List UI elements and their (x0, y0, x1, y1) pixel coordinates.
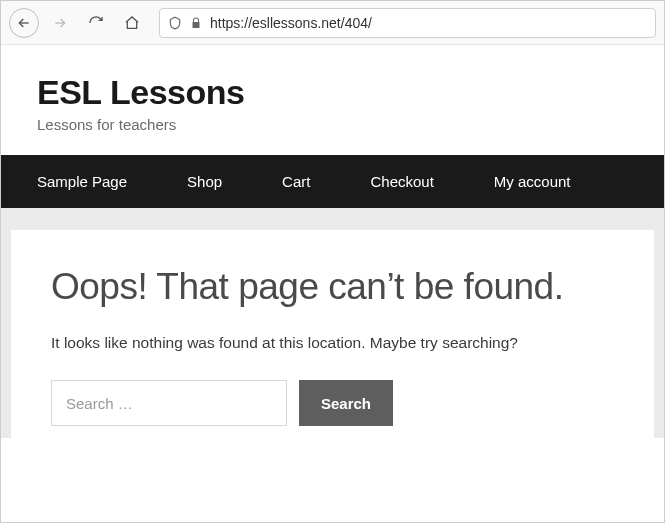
nav-item-checkout[interactable]: Checkout (340, 155, 463, 208)
reload-icon (88, 15, 104, 31)
site-title[interactable]: ESL Lessons (37, 73, 628, 112)
forward-button (45, 8, 75, 38)
browser-toolbar (1, 1, 664, 45)
search-form: Search (51, 380, 614, 426)
page: ESL Lessons Lessons for teachers Sample … (1, 45, 664, 438)
home-button[interactable] (117, 8, 147, 38)
lock-icon (190, 17, 202, 29)
nav-item-shop[interactable]: Shop (157, 155, 252, 208)
nav-item-my-account[interactable]: My account (464, 155, 601, 208)
error-card: Oops! That page can’t be found. It looks… (11, 230, 654, 438)
search-button[interactable]: Search (299, 380, 393, 426)
site-tagline: Lessons for teachers (37, 116, 628, 133)
nav-item-sample-page[interactable]: Sample Page (7, 155, 157, 208)
reload-button[interactable] (81, 8, 111, 38)
search-input[interactable] (51, 380, 287, 426)
url-input[interactable] (210, 15, 647, 31)
site-header: ESL Lessons Lessons for teachers (1, 45, 664, 155)
nav-item-cart[interactable]: Cart (252, 155, 340, 208)
home-icon (124, 15, 140, 31)
back-button[interactable] (9, 8, 39, 38)
arrow-right-icon (52, 15, 68, 31)
error-message: It looks like nothing was found at this … (51, 334, 614, 352)
address-bar[interactable] (159, 8, 656, 38)
error-heading: Oops! That page can’t be found. (51, 266, 614, 308)
content-area: Oops! That page can’t be found. It looks… (1, 208, 664, 438)
arrow-left-icon (16, 15, 32, 31)
shield-icon (168, 16, 182, 30)
main-nav: Sample Page Shop Cart Checkout My accoun… (1, 155, 664, 208)
